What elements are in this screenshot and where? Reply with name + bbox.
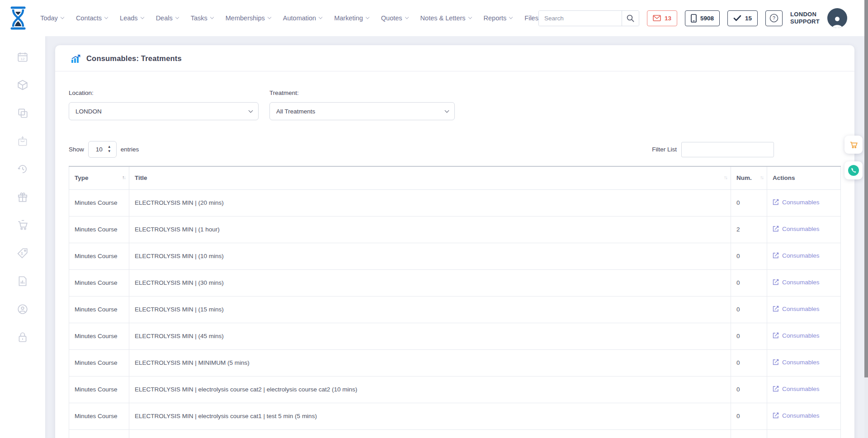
svg-text:?: ? xyxy=(773,15,775,21)
cell-num: 0 xyxy=(731,403,767,429)
nav-item-notes-letters[interactable]: Notes & Letters xyxy=(420,14,472,22)
sidebar-item-packages[interactable] xyxy=(16,79,29,91)
cart-float-button[interactable] xyxy=(844,136,863,154)
sort-icon[interactable]: ↑↓ xyxy=(760,174,763,180)
nav-label: Quotes xyxy=(381,14,402,22)
consumables-link[interactable]: Consumables xyxy=(773,226,820,232)
nav-item-deals[interactable]: Deals xyxy=(156,14,179,22)
sidebar-item-history[interactable] xyxy=(16,163,29,175)
nav-label: Marketing xyxy=(334,14,363,22)
cell-actions: Consumables xyxy=(767,403,841,429)
nav-item-memberships[interactable]: Memberships xyxy=(226,14,271,22)
cell-actions: Consumables xyxy=(767,296,841,323)
page-length-select[interactable]: 10 xyxy=(88,141,117,158)
consumables-link[interactable]: Consumables xyxy=(773,199,820,206)
tasks-badge[interactable]: 15 xyxy=(727,10,758,26)
cell-actions: Consumables xyxy=(767,216,841,243)
table-row: Minutes CourseELECTROLYSIS MIN | electro… xyxy=(69,376,841,403)
cell-type: Minutes Course xyxy=(69,189,129,216)
person-icon xyxy=(830,14,844,28)
sms-count: 5908 xyxy=(700,15,714,22)
page-scrollbar[interactable] xyxy=(864,0,868,438)
sidebar-item-duplicates[interactable] xyxy=(16,107,29,119)
nav-item-automation[interactable]: Automation xyxy=(283,14,322,22)
sidebar-item-orders[interactable] xyxy=(16,135,29,147)
chevron-down-icon xyxy=(104,15,108,19)
sidebar-item-reports[interactable] xyxy=(16,275,29,287)
sidebar-item-shop[interactable] xyxy=(16,219,29,231)
consumables-link[interactable]: Consumables xyxy=(773,332,820,339)
list-controls-row: Show 10 ▲▼ entries Filter List xyxy=(69,141,841,158)
cell-num: 0 xyxy=(731,349,767,376)
consumables-link[interactable]: Consumables xyxy=(773,412,820,419)
mail-badge[interactable]: 13 xyxy=(647,10,677,26)
column-header-num[interactable]: Num. ↑↓ xyxy=(731,166,767,189)
sidebar-item-calendar[interactable]: 12 xyxy=(16,51,29,63)
sort-icon[interactable]: ↑↓ xyxy=(724,174,727,180)
table-row: Minutes CourseELECTROLYSIS MIN | electro… xyxy=(69,403,841,429)
price-tag-icon: $ xyxy=(17,247,28,259)
cell-actions: Consumables xyxy=(767,189,841,216)
sort-icon[interactable]: ↑↓ xyxy=(122,174,125,180)
column-header-title[interactable]: Title ↑↓ xyxy=(129,166,731,189)
consumables-link[interactable]: Consumables xyxy=(773,252,820,259)
consumables-link-label: Consumables xyxy=(782,226,820,232)
help-button[interactable]: ? xyxy=(765,10,783,26)
consumables-link-label: Consumables xyxy=(782,306,820,312)
cell-type: Minutes Course xyxy=(69,243,129,269)
main-navigation: Today Contacts Leads Deals Tasks Members… xyxy=(40,14,538,22)
report-document-icon xyxy=(17,275,28,287)
consumables-link[interactable]: Consumables xyxy=(773,386,820,392)
nav-item-reports[interactable]: Reports xyxy=(484,14,513,22)
svg-text:12: 12 xyxy=(20,57,25,61)
cell-num: 0 xyxy=(731,296,767,323)
nav-label: Memberships xyxy=(226,14,265,22)
table-row: Minutes CourseELECTROLYSIS MIN | MINIMUM… xyxy=(69,349,841,376)
cell-title: ELECTROLYSIS MIN | (20 mins) xyxy=(129,189,731,216)
column-header-actions: Actions xyxy=(767,166,841,189)
consumables-link[interactable]: Consumables xyxy=(773,279,820,286)
treatments-table: Type ↑↓ Title ↑↓ Num. ↑↓ Actions xyxy=(69,166,841,438)
nav-item-tasks[interactable]: Tasks xyxy=(191,14,213,22)
history-clock-icon xyxy=(17,163,28,175)
location-select[interactable]: LONDON xyxy=(69,102,259,120)
app-logo[interactable] xyxy=(0,6,36,30)
nav-item-contacts[interactable]: Contacts xyxy=(76,14,108,22)
cell-num: 0 xyxy=(731,189,767,216)
cell-type: Minutes Course xyxy=(69,323,129,349)
search-input[interactable] xyxy=(539,11,622,26)
package-cube-icon xyxy=(17,79,28,91)
user-avatar[interactable] xyxy=(827,8,847,28)
nav-item-leads[interactable]: Leads xyxy=(120,14,144,22)
edit-icon xyxy=(773,252,779,259)
cell-actions: Consumables xyxy=(767,243,841,269)
cell-title: ELECTROLYSIS MIN | (30 mins) xyxy=(129,269,731,296)
column-header-type[interactable]: Type ↑↓ xyxy=(69,166,129,189)
shopping-cart-icon xyxy=(17,219,28,231)
scrollbar-thumb[interactable] xyxy=(864,0,868,377)
cell-num: 0 xyxy=(731,429,767,438)
consumables-link[interactable]: Consumables xyxy=(773,306,820,312)
edit-icon xyxy=(773,199,779,205)
nav-item-files[interactable]: Files xyxy=(524,14,538,22)
filter-list-input[interactable] xyxy=(681,142,774,157)
sidebar-item-security[interactable] xyxy=(16,331,29,344)
phone-float-button[interactable] xyxy=(844,161,863,179)
nav-item-quotes[interactable]: Quotes xyxy=(381,14,408,22)
floating-action-buttons xyxy=(844,136,863,179)
cell-num: 0 xyxy=(731,269,767,296)
search-button[interactable] xyxy=(622,11,639,26)
nav-item-today[interactable]: Today xyxy=(40,14,64,22)
consumables-link[interactable]: Consumables xyxy=(773,359,820,366)
chevron-down-icon xyxy=(366,15,369,19)
treatment-select[interactable]: All Treatments xyxy=(269,102,455,120)
sidebar-item-pricing[interactable]: $ xyxy=(16,247,29,259)
sidebar-item-gift-vouchers[interactable] xyxy=(16,191,29,203)
cell-actions: Consumables xyxy=(767,349,841,376)
nav-item-marketing[interactable]: Marketing xyxy=(334,14,369,22)
nav-label: Reports xyxy=(484,14,507,22)
sidebar-item-account[interactable] xyxy=(16,303,29,316)
table-body: Minutes CourseELECTROLYSIS MIN | (20 min… xyxy=(69,189,841,438)
sms-badge[interactable]: 5908 xyxy=(685,10,720,26)
nav-label: Leads xyxy=(120,14,138,22)
